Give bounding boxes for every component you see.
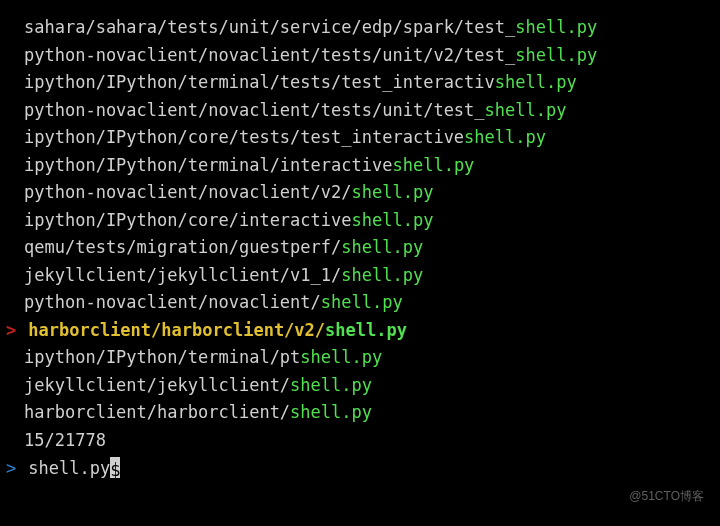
selected-chevron-icon: > bbox=[6, 317, 18, 345]
fzf-results-list: sahara/sahara/tests/unit/service/edp/spa… bbox=[24, 14, 714, 317]
result-path-prefix: ipython/IPython/core/tests/test_interact… bbox=[24, 127, 464, 147]
result-path-match: shell.py bbox=[515, 45, 597, 65]
fzf-result-item[interactable]: ipython/IPython/core/tests/test_interact… bbox=[24, 124, 714, 152]
watermark-text: @51CTO博客 bbox=[629, 487, 704, 506]
result-path-match: shell.py bbox=[464, 127, 546, 147]
fzf-result-item[interactable]: harborclient/harborclient/shell.py bbox=[24, 399, 714, 427]
fzf-result-item[interactable]: jekyllclient/jekyllclient/shell.py bbox=[24, 372, 714, 400]
fzf-result-item[interactable]: python-novaclient/novaclient/tests/unit/… bbox=[24, 97, 714, 125]
result-path-prefix: python-novaclient/novaclient/tests/unit/… bbox=[24, 45, 515, 65]
fzf-result-item[interactable]: jekyllclient/jekyllclient/v1_1/shell.py bbox=[24, 262, 714, 290]
result-path-prefix: jekyllclient/jekyllclient/v1_1/ bbox=[24, 265, 341, 285]
fzf-result-item[interactable]: ipython/IPython/terminal/ptshell.py bbox=[24, 344, 714, 372]
result-path-prefix: ipython/IPython/core/interactive bbox=[24, 210, 352, 230]
result-path-match: shell.py bbox=[290, 375, 372, 395]
fzf-search-prompt[interactable]: > shell.py$ bbox=[6, 455, 714, 483]
prompt-chevron-icon: > bbox=[6, 455, 18, 483]
result-path-prefix: jekyllclient/jekyllclient/ bbox=[24, 375, 290, 395]
result-path-match: shell.py bbox=[290, 402, 372, 422]
fzf-result-item[interactable]: sahara/sahara/tests/unit/service/edp/spa… bbox=[24, 14, 714, 42]
fzf-results-after: ipython/IPython/terminal/ptshell.pyjekyl… bbox=[24, 344, 714, 427]
result-path-prefix: python-novaclient/novaclient/v2/ bbox=[24, 182, 352, 202]
result-path-match: shell.py bbox=[341, 265, 423, 285]
result-path-prefix: python-novaclient/novaclient/tests/unit/… bbox=[24, 100, 485, 120]
fzf-selected-result[interactable]: > harborclient/harborclient/v2/shell.py bbox=[6, 317, 714, 345]
result-path-match: shell.py bbox=[392, 155, 474, 175]
result-path-prefix: sahara/sahara/tests/unit/service/edp/spa… bbox=[24, 17, 515, 37]
result-path-match: shell.py bbox=[341, 237, 423, 257]
result-path-match: shell.py bbox=[321, 292, 403, 312]
result-path-prefix: ipython/IPython/terminal/interactive bbox=[24, 155, 392, 175]
result-path-prefix: python-novaclient/novaclient/ bbox=[24, 292, 321, 312]
selected-path-prefix: harborclient/harborclient/v2/ bbox=[28, 320, 325, 340]
fzf-result-item[interactable]: ipython/IPython/core/interactiveshell.py bbox=[24, 207, 714, 235]
fzf-result-item[interactable]: python-novaclient/novaclient/v2/shell.py bbox=[24, 179, 714, 207]
result-path-match: shell.py bbox=[485, 100, 567, 120]
result-path-prefix: harborclient/harborclient/ bbox=[24, 402, 290, 422]
fzf-result-counter: 15/21778 bbox=[24, 427, 714, 455]
result-path-match: shell.py bbox=[515, 17, 597, 37]
result-path-match: shell.py bbox=[352, 182, 434, 202]
result-path-prefix: qemu/tests/migration/guestperf/ bbox=[24, 237, 341, 257]
result-path-match: shell.py bbox=[352, 210, 434, 230]
result-path-prefix: ipython/IPython/terminal/pt bbox=[24, 347, 300, 367]
result-path-match: shell.py bbox=[300, 347, 382, 367]
fzf-result-item[interactable]: ipython/IPython/terminal/tests/test_inte… bbox=[24, 69, 714, 97]
fzf-result-item[interactable]: python-novaclient/novaclient/tests/unit/… bbox=[24, 42, 714, 70]
fzf-result-item[interactable]: ipython/IPython/terminal/interactiveshel… bbox=[24, 152, 714, 180]
selected-path-match: shell.py bbox=[325, 320, 407, 340]
terminal-cursor: $ bbox=[110, 457, 120, 477]
result-path-match: shell.py bbox=[495, 72, 577, 92]
fzf-result-item[interactable]: python-novaclient/novaclient/shell.py bbox=[24, 289, 714, 317]
result-path-prefix: ipython/IPython/terminal/tests/test_inte… bbox=[24, 72, 495, 92]
fzf-result-item[interactable]: qemu/tests/migration/guestperf/shell.py bbox=[24, 234, 714, 262]
search-query-text: shell.py bbox=[28, 458, 110, 478]
